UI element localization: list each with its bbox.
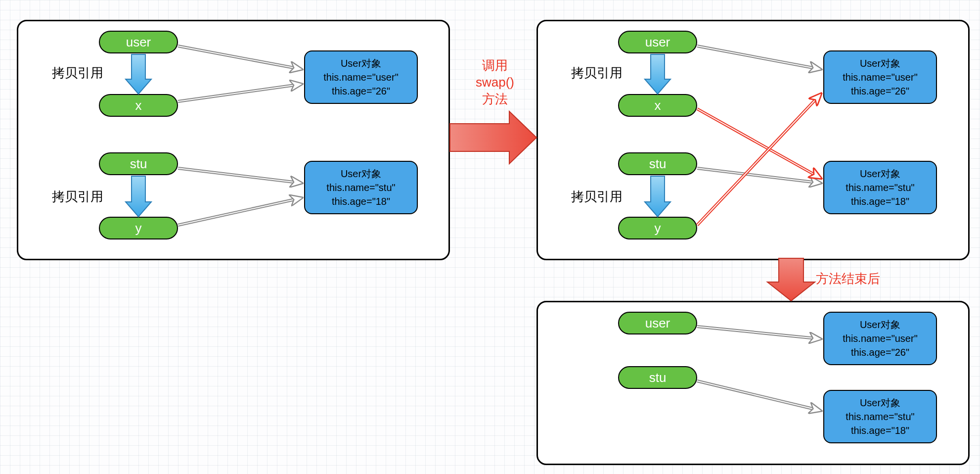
svg-line-11: [697, 168, 821, 183]
arrow-stu-to-obj-2: [697, 168, 821, 183]
arrow-user-to-obj-2: [697, 46, 821, 69]
arrow-copy-stu-y: [126, 176, 151, 217]
svg-line-7: [178, 198, 302, 225]
arrow-copy-stu-y-2: [645, 176, 670, 217]
svg-line-17: [697, 327, 821, 339]
svg-line-19: [697, 381, 821, 411]
svg-line-3: [178, 84, 302, 101]
arrow-user-to-obj-1: [178, 46, 302, 69]
arrow-stu-to-obj-3: [697, 381, 821, 411]
arrow-x-to-obj2-swapped: [697, 109, 821, 178]
arrow-y-to-obj1-swapped: [697, 94, 821, 225]
svg-line-9: [697, 46, 821, 69]
arrow-x-to-obj-1: [178, 84, 302, 101]
arrow-copy-user-x-2: [645, 54, 670, 94]
svg-line-5: [178, 168, 302, 183]
arrow-user-to-obj-3: [697, 327, 821, 339]
arrow-stu-to-obj-1: [178, 168, 302, 183]
arrow-y-to-obj-1: [178, 198, 302, 225]
svg-line-13: [697, 109, 821, 178]
arrow-copy-user-x: [126, 54, 151, 94]
arrows-layer: [0, 0, 980, 474]
svg-line-1: [178, 46, 302, 69]
svg-line-15: [697, 94, 821, 225]
big-arrow-call-swap: [450, 111, 536, 164]
big-arrow-after: [767, 258, 815, 301]
